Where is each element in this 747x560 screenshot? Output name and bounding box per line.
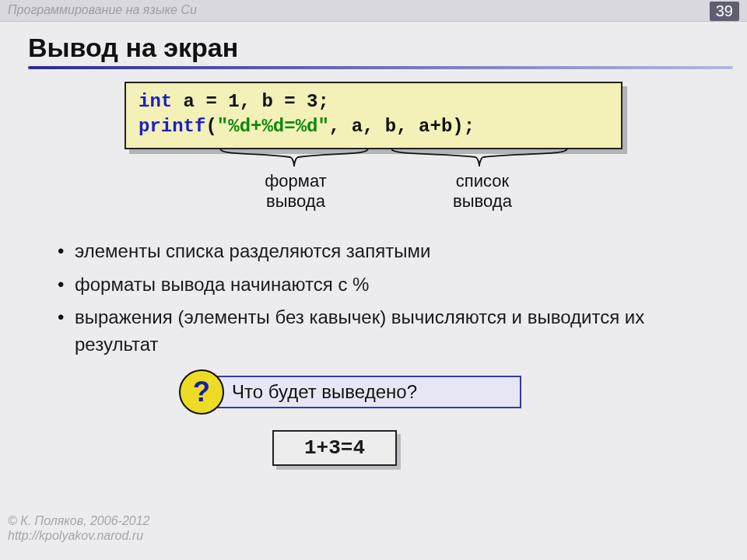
- label-format-l2: вывода: [266, 191, 325, 211]
- bullet-list: элементы списка разделяются запятыми фор…: [23, 238, 724, 359]
- brace-format-icon: [216, 146, 372, 170]
- answer-box: 1+3=4: [272, 430, 397, 466]
- header-bar: Программирование на языке Си 39: [0, 0, 747, 22]
- label-list: список вывода: [444, 171, 521, 212]
- header-topic: Программирование на языке Си: [8, 3, 197, 17]
- question-mark-icon: ?: [179, 369, 224, 415]
- label-list-l2: вывода: [453, 191, 512, 211]
- question-text: Что будет выведено?: [232, 381, 417, 403]
- slide-title: Вывод на экран: [28, 33, 747, 63]
- format-string: "%d+%d=%d": [217, 116, 329, 137]
- keyword-printf: printf: [139, 116, 205, 137]
- list-item: выражения (элементы без кавычек) вычисля…: [54, 304, 724, 359]
- brace-list-icon: [388, 146, 571, 170]
- footer-author: © К. Поляков, 2006-2012: [8, 514, 149, 527]
- label-format-l1: формат: [265, 171, 327, 191]
- label-list-l1: список: [456, 171, 509, 191]
- brace-row: [124, 149, 622, 173]
- list-item: форматы вывода начинаются с %: [54, 271, 724, 299]
- code-block: int a = 1, b = 3; printf("%d+%d=%d", a, …: [124, 82, 622, 149]
- answer-block: 1+3=4: [272, 430, 397, 466]
- paren-open: (: [205, 116, 216, 137]
- footer: © К. Поляков, 2006-2012 http://kpolyakov…: [8, 513, 149, 543]
- code-line2-rest: , a, b, a+b);: [329, 116, 475, 137]
- label-format: формат вывода: [257, 171, 335, 212]
- question-box: Что будет выведено?: [207, 376, 521, 408]
- question-mark: ?: [193, 376, 210, 408]
- annotation-labels: формат вывода список вывода: [124, 171, 622, 233]
- code-line1-rest: a = 1, b = 3;: [172, 91, 329, 112]
- footer-url: http://kpolyakov.narod.ru: [8, 529, 143, 542]
- code-box: int a = 1, b = 3; printf("%d+%d=%d", a, …: [124, 82, 622, 149]
- page-number: 39: [710, 2, 739, 21]
- code-line-2: printf("%d+%d=%d", a, b, a+b);: [139, 114, 608, 139]
- title-underline: [28, 66, 733, 69]
- question-block: Что будет выведено? ?: [179, 373, 521, 413]
- keyword-int: int: [139, 91, 172, 112]
- code-line-1: int a = 1, b = 3;: [139, 89, 608, 114]
- list-item: элементы списка разделяются запятыми: [54, 238, 724, 265]
